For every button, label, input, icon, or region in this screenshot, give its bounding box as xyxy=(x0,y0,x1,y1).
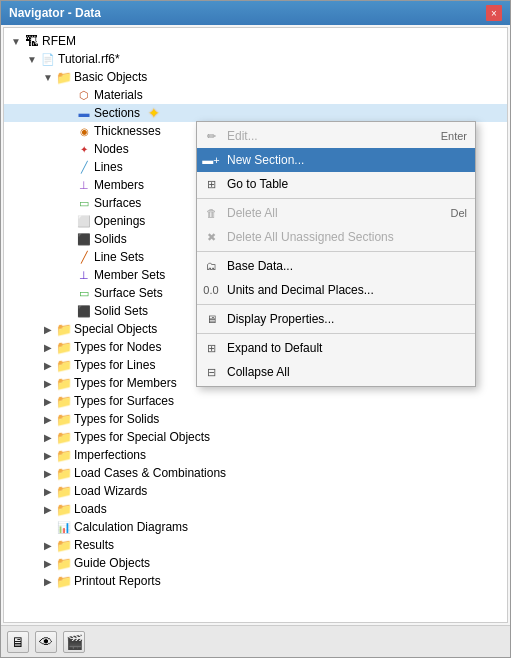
ctx-item-edit[interactable]: ✏ Edit... Enter xyxy=(197,124,475,148)
sections-label: Sections xyxy=(94,106,144,120)
solidsets-label: Solid Sets xyxy=(94,304,152,318)
tree-item-types-special[interactable]: ▶ 📁 Types for Special Objects xyxy=(4,428,507,446)
expand-types-special: ▶ xyxy=(40,429,56,445)
expand-icon-tutorial: ▼ xyxy=(24,51,40,67)
tree-item-calc-diagrams[interactable]: ▶ 📊 Calculation Diagrams xyxy=(4,518,507,536)
lines-label: Lines xyxy=(94,160,127,174)
membersets-label: Member Sets xyxy=(94,268,169,282)
surfaces-label: Surfaces xyxy=(94,196,145,210)
calc-diagrams-icon: 📊 xyxy=(56,519,72,535)
go-to-table-label: Go to Table xyxy=(227,177,447,191)
folder-results-icon: 📁 xyxy=(56,537,72,553)
tree-item-tutorial[interactable]: ▼ 📄 Tutorial.rf6* xyxy=(4,50,507,68)
ctx-item-collapse-all[interactable]: ⊟ Collapse All xyxy=(197,360,475,384)
edit-label: Edit... xyxy=(227,129,421,143)
cursor-star-icon: ✦ xyxy=(148,105,160,121)
delete-unassigned-label: Delete All Unassigned Sections xyxy=(227,230,447,244)
folder-printout-icon: 📁 xyxy=(56,573,72,589)
load-cases-label: Load Cases & Combinations xyxy=(74,466,230,480)
tree-item-materials[interactable]: ▶ ⬡ Materials xyxy=(4,86,507,104)
delete-all-label: Delete All xyxy=(227,206,430,220)
tree-item-rfem[interactable]: ▼ 🏗 RFEM xyxy=(4,32,507,50)
tree-item-load-wizards[interactable]: ▶ 📁 Load Wizards xyxy=(4,482,507,500)
rfem-label: RFEM xyxy=(42,34,80,48)
ctx-item-base-data[interactable]: 🗂 Base Data... xyxy=(197,254,475,278)
toolbar-btn-video[interactable]: 🎬 xyxy=(63,631,85,653)
folder-icon-basic: 📁 xyxy=(56,69,72,85)
ctx-item-go-to-table[interactable]: ⊞ Go to Table xyxy=(197,172,475,196)
expand-load-cases: ▶ xyxy=(40,465,56,481)
tree-item-types-solids[interactable]: ▶ 📁 Types for Solids xyxy=(4,410,507,428)
tree-item-loads[interactable]: ▶ 📁 Loads xyxy=(4,500,507,518)
collapse-icon: ⊟ xyxy=(201,364,221,380)
solids-icon: ⬛ xyxy=(76,231,92,247)
edit-icon: ✏ xyxy=(201,128,221,144)
lines-icon: ╱ xyxy=(76,159,92,175)
folder-guide-icon: 📁 xyxy=(56,555,72,571)
close-button[interactable]: × xyxy=(486,5,502,21)
expand-results: ▶ xyxy=(40,537,56,553)
expand-icon-rfem: ▼ xyxy=(8,33,24,49)
load-wizards-label: Load Wizards xyxy=(74,484,151,498)
types-special-label: Types for Special Objects xyxy=(74,430,214,444)
types-members-label: Types for Members xyxy=(74,376,181,390)
ctx-item-delete-all[interactable]: 🗑 Delete All Del xyxy=(197,201,475,225)
solidsets-icon: ⬛ xyxy=(76,303,92,319)
toolbar-btn-monitor[interactable]: 🖥 xyxy=(7,631,29,653)
nodes-label: Nodes xyxy=(94,142,133,156)
materials-icon: ⬡ xyxy=(76,87,92,103)
delete-all-shortcut: Del xyxy=(450,207,467,219)
folder-types-lines-icon: 📁 xyxy=(56,357,72,373)
navigator-window: Navigator - Data × ▼ 🏗 RFEM ▼ 📄 Tutorial… xyxy=(0,0,511,658)
tutorial-label: Tutorial.rf6* xyxy=(58,52,124,66)
separator-2 xyxy=(197,251,475,252)
expand-default-label: Expand to Default xyxy=(227,341,447,355)
toolbar-btn-eye[interactable]: 👁 xyxy=(35,631,57,653)
expand-special: ▶ xyxy=(40,321,56,337)
tree-item-types-surfaces[interactable]: ▶ 📁 Types for Surfaces xyxy=(4,392,507,410)
ctx-item-delete-unassigned[interactable]: ✖ Delete All Unassigned Sections xyxy=(197,225,475,249)
tree-item-printout[interactable]: ▶ 📁 Printout Reports xyxy=(4,572,507,590)
folder-types-surfaces-icon: 📁 xyxy=(56,393,72,409)
expand-printout: ▶ xyxy=(40,573,56,589)
ctx-item-expand-default[interactable]: ⊞ Expand to Default xyxy=(197,336,475,360)
tree-item-results[interactable]: ▶ 📁 Results xyxy=(4,536,507,554)
expand-load-wizards: ▶ xyxy=(40,483,56,499)
expand-types-members: ▶ xyxy=(40,375,56,391)
thicknesses-icon: ◉ xyxy=(76,123,92,139)
ctx-item-units[interactable]: 0.0 Units and Decimal Places... xyxy=(197,278,475,302)
tree-item-sections[interactable]: ▶ ▬ Sections ✦ xyxy=(4,104,507,122)
bottom-toolbar: 🖥 👁 🎬 xyxy=(1,625,510,657)
results-label: Results xyxy=(74,538,118,552)
members-label: Members xyxy=(94,178,148,192)
members-icon: ⊥ xyxy=(76,177,92,193)
materials-label: Materials xyxy=(94,88,147,102)
imperfections-label: Imperfections xyxy=(74,448,150,462)
tree-item-imperfections[interactable]: ▶ 📁 Imperfections xyxy=(4,446,507,464)
linesets-icon: ╱ xyxy=(76,249,92,265)
types-solids-label: Types for Solids xyxy=(74,412,163,426)
ctx-item-display-props[interactable]: 🖥 Display Properties... xyxy=(197,307,475,331)
base-data-label: Base Data... xyxy=(227,259,447,273)
rfem-icon: 🏗 xyxy=(24,33,40,49)
units-label: Units and Decimal Places... xyxy=(227,283,447,297)
calc-diagrams-label: Calculation Diagrams xyxy=(74,520,192,534)
collapse-all-label: Collapse All xyxy=(227,365,447,379)
tree-item-load-cases[interactable]: ▶ 📁 Load Cases & Combinations xyxy=(4,464,507,482)
surfacesets-label: Surface Sets xyxy=(94,286,167,300)
tree-item-basic-objects[interactable]: ▼ 📁 Basic Objects xyxy=(4,68,507,86)
special-objects-label: Special Objects xyxy=(74,322,161,336)
thicknesses-label: Thicknesses xyxy=(94,124,165,138)
expand-types-lines: ▶ xyxy=(40,357,56,373)
membersets-icon: ⊥ xyxy=(76,267,92,283)
delete-icon: 🗑 xyxy=(201,205,221,221)
ctx-item-new-section[interactable]: ▬+ New Section... xyxy=(197,148,475,172)
surfaces-icon: ▭ xyxy=(76,195,92,211)
expand-icon: ⊞ xyxy=(201,340,221,356)
units-icon: 0.0 xyxy=(201,282,221,298)
nodes-icon: ✦ xyxy=(76,141,92,157)
tree-item-guide-objects[interactable]: ▶ 📁 Guide Objects xyxy=(4,554,507,572)
expand-types-nodes: ▶ xyxy=(40,339,56,355)
tutorial-icon: 📄 xyxy=(40,51,56,67)
openings-label: Openings xyxy=(94,214,149,228)
